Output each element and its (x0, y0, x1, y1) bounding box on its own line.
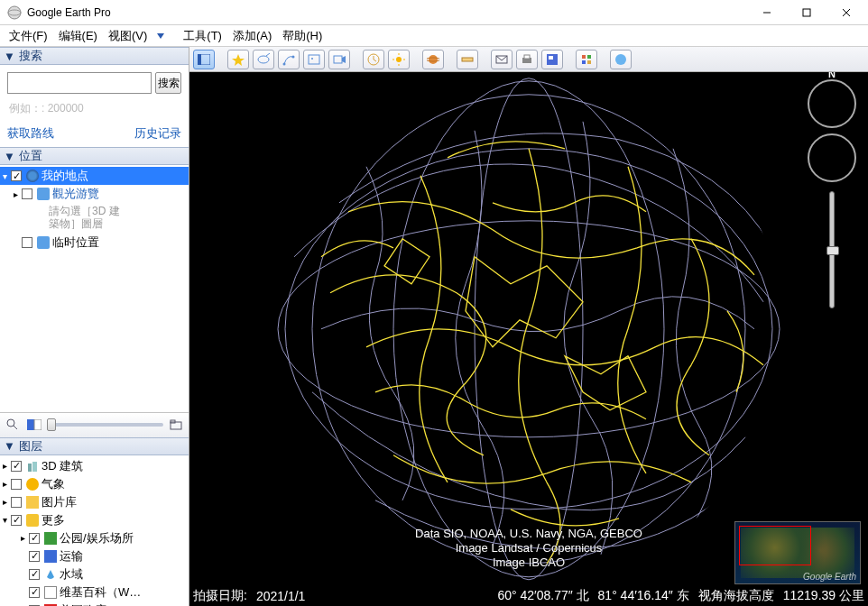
chevron-down-icon: ▼ (4, 150, 15, 163)
tool-historical-imagery[interactable] (363, 50, 384, 69)
opacity-slider[interactable] (47, 423, 163, 427)
checkbox[interactable] (22, 237, 32, 248)
node-label: 临时位置 (52, 234, 99, 251)
checkbox[interactable] (22, 188, 32, 199)
imagery-attribution: Data SIO, NOAA, U.S. Navy, NGA, GEBCO Im… (415, 527, 642, 570)
layer-wikipedia[interactable]: 维基百科（W… (0, 583, 189, 601)
tool-ruler[interactable] (457, 50, 478, 69)
app-icon (7, 5, 22, 20)
app-title: Google Earth Pro (27, 6, 747, 19)
menu-add[interactable]: 添加(A) (227, 26, 277, 46)
menu-file[interactable]: 文件(F) (4, 26, 53, 46)
tree-sightseeing[interactable]: ▸ 觀光游覽 (0, 185, 189, 203)
places-tools (0, 412, 189, 437)
tool-placemark[interactable] (227, 50, 249, 69)
status-bar: 拍摄日期: 2021/1/1 60° 42′08.77″ 北 81° 44′16… (189, 586, 868, 606)
svg-rect-23 (309, 55, 319, 64)
search-icon[interactable] (4, 417, 22, 433)
chevron-down-icon[interactable]: ▾ (0, 171, 9, 181)
chevron-down-icon[interactable]: ▾ (0, 515, 9, 525)
chevron-right-icon[interactable]: ▸ (18, 533, 27, 543)
tool-sunlight[interactable] (388, 50, 410, 69)
directions-link[interactable]: 获取路线 (7, 125, 54, 142)
checkbox[interactable] (29, 587, 40, 598)
tool-print[interactable] (516, 50, 538, 69)
places-panel-header[interactable]: ▼ 位置 (0, 147, 189, 165)
node-label: 气象 (42, 476, 65, 492)
folder-icon[interactable] (167, 417, 185, 433)
layer-weather[interactable]: ▸ 气象 (0, 475, 189, 493)
checkbox[interactable] (11, 170, 22, 181)
svg-rect-9 (27, 419, 34, 430)
wikipedia-icon (44, 586, 57, 599)
opacity-toggle-icon[interactable] (25, 417, 43, 433)
node-label: 维基百科（W… (60, 584, 141, 601)
overview-map[interactable]: Google Earth (734, 521, 861, 584)
tool-planet[interactable] (422, 50, 444, 69)
tool-path[interactable] (278, 50, 300, 69)
tool-image-overlay[interactable] (303, 50, 325, 69)
search-panel: 搜索 例如：: 200000 (0, 65, 189, 125)
close-button[interactable] (826, 0, 866, 25)
checkbox[interactable] (29, 533, 40, 544)
chevron-right-icon[interactable]: ▸ (0, 497, 9, 507)
layers-tree: ▸ 3D 建筑 ▸ 气象 ▸ 图片库 ▾ 更多 (0, 455, 189, 607)
checkbox[interactable] (29, 569, 40, 580)
tool-email[interactable] (491, 50, 512, 69)
places-panel-title: 位置 (19, 148, 42, 164)
node-label: 3D 建筑 (42, 458, 83, 474)
tool-polygon[interactable] (253, 50, 274, 69)
layers-panel-header[interactable]: ▼ 图层 (0, 437, 189, 455)
tool-sign-in[interactable] (610, 50, 632, 69)
layer-parks[interactable]: ▸ 公园/娱乐场所 (0, 529, 189, 547)
layer-water[interactable]: 水域 (0, 565, 189, 583)
checkbox[interactable] (11, 497, 22, 508)
checkbox[interactable] (29, 551, 40, 562)
svg-rect-37 (462, 58, 473, 61)
tree-temp-places[interactable]: 临时位置 (0, 234, 189, 252)
search-input[interactable] (7, 72, 152, 94)
layer-us-gov[interactable]: ▸ 美国政府 (0, 601, 189, 607)
overview-extent-box (739, 526, 811, 565)
compass-control[interactable]: N (808, 79, 856, 128)
search-button[interactable]: 搜索 (155, 72, 181, 94)
svg-rect-42 (549, 56, 553, 60)
look-control[interactable] (808, 133, 856, 182)
map-viewport[interactable]: N Data SIO, NOAA, U.S. Navy, NGA, GEBCO … (189, 72, 868, 606)
svg-point-22 (292, 55, 295, 58)
search-panel-header[interactable]: ▼ 搜索 (0, 47, 189, 65)
tool-save-image[interactable] (541, 50, 563, 69)
svg-marker-18 (232, 54, 245, 66)
chevron-right-icon[interactable]: ▸ (0, 461, 9, 471)
node-label: 美国政府 (60, 602, 106, 607)
svg-point-7 (7, 419, 14, 427)
tool-record-tour[interactable] (328, 50, 350, 69)
transport-icon (44, 550, 57, 563)
checkbox[interactable] (11, 461, 22, 472)
tool-view-maps[interactable] (576, 50, 597, 69)
status-lon: 81° 44′16.14″ 东 (598, 588, 689, 604)
zoom-slider[interactable] (829, 191, 835, 308)
history-link[interactable]: 历史记录 (134, 125, 181, 142)
checkbox[interactable] (11, 479, 22, 490)
chevron-down-icon[interactable] (156, 32, 165, 41)
checkbox[interactable] (11, 515, 22, 526)
maximize-button[interactable] (787, 0, 826, 25)
svg-rect-44 (587, 55, 591, 59)
tool-sidebar-toggle[interactable] (193, 50, 215, 69)
minimize-button[interactable] (747, 0, 787, 25)
layer-gallery[interactable]: ▸ 图片库 (0, 493, 189, 511)
svg-rect-43 (582, 55, 586, 59)
chevron-right-icon[interactable]: ▸ (11, 189, 20, 199)
menu-tools[interactable]: 工具(T) (178, 26, 227, 46)
buildings-icon (26, 460, 39, 473)
tree-my-places[interactable]: ▾ 我的地点 (0, 167, 189, 185)
layer-more[interactable]: ▾ 更多 (0, 511, 189, 529)
node-label: 更多 (42, 512, 65, 528)
layer-transport[interactable]: 运输 (0, 547, 189, 565)
menu-edit[interactable]: 编辑(E) (53, 26, 103, 46)
chevron-right-icon[interactable]: ▸ (0, 479, 9, 489)
menu-view[interactable]: 视图(V) (103, 26, 152, 46)
menu-help[interactable]: 帮助(H) (277, 26, 328, 46)
layer-3d-buildings[interactable]: ▸ 3D 建筑 (0, 457, 189, 475)
